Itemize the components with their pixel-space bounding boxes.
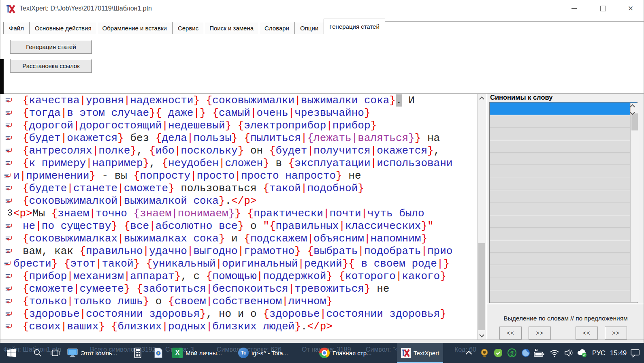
task-view-icon[interactable]	[50, 343, 60, 363]
windows-taskbar[interactable]: Файл: Шаблон1.ptnВсего символов: 3192Стр…	[0, 343, 644, 363]
synonym-row[interactable]	[490, 203, 637, 215]
battery-plug-icon[interactable]	[534, 343, 545, 363]
scroll-up-icon[interactable]	[631, 103, 639, 110]
chrome-taskbar-button[interactable]: Главная стр...	[319, 343, 371, 363]
editor-line[interactable]: {к примеру|например}, {неудобен|сложен} …	[3, 157, 477, 169]
maximize-icon	[600, 6, 606, 11]
place-links-button[interactable]: Расстановка ссылок	[10, 59, 92, 73]
editor-line[interactable]: {качества|уровня|надежности} {соковыжима…	[3, 94, 477, 107]
explorer-taskbar-button[interactable]: Этот компь...	[67, 343, 117, 363]
editor-line[interactable]: {дорогой|дорогостоящий|недешевый} {элект…	[3, 119, 477, 132]
editor-line[interactable]: {только|только лишь} о {своем|собственно…	[3, 295, 477, 307]
synonyms-scrollbar-thumb[interactable]	[631, 113, 638, 130]
tab-5[interactable]: Поиск и замена	[204, 22, 259, 34]
editor-line[interactable]: {будете|станете|сможете} пользоваться {т…	[3, 182, 477, 194]
window-title: TextXpert: D:\Job\Yes\20170119\Шаблон1.p…	[19, 5, 152, 12]
editor-scrollbar-thumb[interactable]	[478, 243, 485, 330]
tab-3[interactable]: Обрамление и вставки	[97, 22, 173, 34]
tab-6[interactable]: Словари	[259, 22, 295, 34]
editor-line-text: {сможете|сумеете} {заботиться|беспокоить…	[19, 283, 389, 295]
synonym-row[interactable]	[490, 190, 637, 203]
synonym-row[interactable]	[490, 265, 637, 278]
editor-line[interactable]: вам, как {правильно|удачно|выгодно|грамо…	[3, 245, 477, 257]
generate-articles-button[interactable]: Генерация статей	[10, 40, 92, 54]
tab-1[interactable]: Файл	[3, 22, 30, 34]
close-button[interactable]: ×	[621, 0, 640, 17]
synonym-row[interactable]	[490, 215, 637, 228]
editor-line[interactable]: и|применении} - вы {попросту|просто|прос…	[3, 169, 477, 182]
synonym-row[interactable]	[490, 278, 637, 290]
totalcmd-taskbar-button[interactable]: Tcigr-s^ - Tota...	[238, 343, 288, 363]
thunderbird-icon[interactable]	[521, 343, 531, 363]
taskbar-clock[interactable]: 15:49	[610, 343, 627, 363]
next-word-button[interactable]: >>	[529, 327, 551, 340]
editor-line-text: не|по существу} {все|абсолютно все} о "{…	[19, 220, 434, 232]
synonyms-scrollbar[interactable]	[630, 103, 639, 302]
synonym-row[interactable]	[490, 140, 637, 153]
tab-4[interactable]: Сервис	[172, 22, 204, 34]
taskbar-button-label: Мой личны...	[186, 350, 222, 357]
line-wrap-icon	[3, 248, 19, 254]
editor-line[interactable]: 3<p>Мы {знаем|точно {знаем|понимаем}} {п…	[3, 207, 477, 220]
editor-scrollbar[interactable]	[477, 94, 486, 340]
editor-line[interactable]: {соковыжималках|выжималках сока} и {подс…	[3, 232, 477, 245]
maximize-button[interactable]	[594, 0, 612, 17]
synonym-row[interactable]	[490, 115, 637, 128]
minimize-icon	[571, 8, 577, 9]
synonym-row[interactable]	[490, 228, 637, 240]
line-wrap-icon	[3, 311, 19, 317]
scroll-down-icon[interactable]	[478, 331, 486, 340]
start-button[interactable]	[6, 343, 16, 363]
textxpert-taskbar-button[interactable]: TextXpert	[397, 343, 443, 363]
line-wrap-icon	[3, 261, 13, 267]
taskbar-button-label: igr-s^ - Tota...	[252, 350, 288, 357]
cloud-check-icon[interactable]	[577, 343, 587, 363]
chevron-up-icon[interactable]	[467, 343, 471, 363]
editor-line-text: {будете|станете|сможете} пользоваться {т…	[19, 182, 364, 194]
editor-line[interactable]: брести} {этот|такой} {уникальный|оригина…	[3, 257, 477, 270]
editor-line[interactable]: {будет|окажется} без {дела|пользы} {пыли…	[3, 132, 477, 144]
document-taskbar-button[interactable]	[154, 343, 163, 363]
wifi-icon[interactable]	[549, 343, 560, 363]
at-sign-icon[interactable]: @	[507, 343, 517, 363]
editor-line[interactable]: {тогда|в этом случае}{ даже|} {самый|оче…	[3, 107, 477, 119]
next-sentence-button[interactable]: >>	[605, 327, 627, 340]
tab-8[interactable]: Генерация статей	[324, 19, 385, 34]
editor-line[interactable]: {сможете|сумеете} {заботиться|беспокоить…	[3, 282, 477, 295]
editor-line[interactable]: {своих|ваших} {близких|родных|близких лю…	[3, 320, 477, 333]
search-icon[interactable]	[33, 343, 42, 363]
editor-line-text: {своих|ваших} {близких|родных|близких лю…	[19, 320, 333, 333]
synonym-row[interactable]	[490, 240, 637, 253]
scroll-up-icon[interactable]	[478, 94, 486, 102]
editor-line[interactable]: не|по существу} {все|абсолютно все} о "{…	[3, 220, 477, 232]
editor-line-text: {соковыжималках|выжималках сока} и {подс…	[19, 233, 427, 245]
synonym-row[interactable]	[490, 165, 637, 177]
editor-line[interactable]: {антресолях|полке}, {ибо|поскольку} он {…	[3, 144, 477, 157]
notification-icon[interactable]	[630, 343, 640, 363]
minimize-button[interactable]	[565, 0, 583, 17]
tab-2[interactable]: Основные действия	[29, 22, 97, 34]
webcam-icon[interactable]	[480, 343, 489, 363]
synonym-row[interactable]	[490, 177, 637, 190]
volume-icon[interactable]	[564, 343, 574, 363]
editor-line[interactable]: {прибор|механизм|аппарат}, с {помощью|по…	[3, 270, 477, 282]
editor-line-text: {здоровье|состоянии здоровья}, но и о {з…	[19, 308, 446, 320]
tab-7[interactable]: Опции	[294, 22, 324, 34]
spintax-editor[interactable]: {качества|уровня|надежности} {соковыжима…	[3, 94, 477, 340]
editor-line[interactable]: {соковыжималкой|выжималкой сока}.</p>	[3, 194, 477, 207]
synonym-row[interactable]	[490, 253, 637, 265]
prev-sentence-button[interactable]: <<	[576, 327, 598, 340]
editor-line[interactable]: {здоровье|состоянии здоровья}, но и о {з…	[3, 307, 477, 320]
synonym-row[interactable]	[490, 128, 637, 140]
synonyms-list[interactable]	[489, 102, 638, 303]
messenger-check-icon[interactable]	[493, 343, 503, 363]
line-wrap-icon	[3, 273, 19, 279]
calculator-taskbar-button[interactable]	[133, 343, 143, 363]
synonym-row[interactable]	[490, 153, 637, 165]
excel-taskbar-button[interactable]: XМой личны...	[172, 343, 222, 363]
synonym-row[interactable]	[490, 290, 637, 303]
language-indicator[interactable]: РУС	[592, 343, 606, 363]
prev-word-button[interactable]: <<	[499, 327, 522, 340]
title-bar[interactable]: TextXpert: D:\Job\Yes\20170119\Шаблон1.p…	[0, 0, 644, 18]
synonym-row-selected[interactable]	[490, 102, 637, 115]
